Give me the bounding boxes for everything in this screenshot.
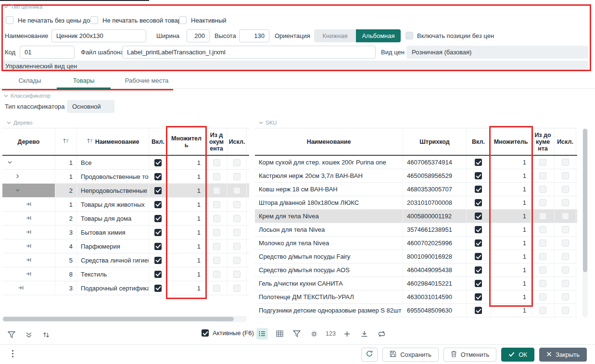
tree-from-document-cell[interactable]	[206, 156, 228, 169]
tree-excluded-cell[interactable]	[228, 198, 247, 211]
sku-row[interactable]: Крем для тела Nivea40058000011921	[255, 210, 577, 223]
save-button[interactable]: Сохранить	[382, 348, 439, 362]
checkbox-checked[interactable]	[154, 159, 162, 166]
code-input[interactable]	[20, 46, 75, 59]
section-header-price-tag[interactable]: Тип ценника	[4, 4, 42, 10]
column-header-from-document[interactable]: Из документа	[206, 128, 228, 155]
checkbox-unchecked[interactable]	[213, 173, 220, 180]
tree-from-document-cell[interactable]	[206, 170, 228, 183]
orientation-landscape-button[interactable]: Альбомная	[356, 29, 401, 42]
tree-excluded-cell[interactable]	[228, 170, 247, 183]
filter-icon[interactable]	[291, 328, 303, 339]
tree-toggle-cell[interactable]	[2, 170, 55, 183]
close-button[interactable]: Закрыть	[539, 348, 587, 362]
checkbox-checked[interactable]	[475, 159, 482, 166]
tree-excluded-cell[interactable]	[228, 281, 247, 295]
checkbox-checked[interactable]	[154, 173, 162, 180]
column-header-barcode[interactable]: Штрихкод	[403, 128, 467, 155]
checkbox-checked[interactable]	[154, 215, 162, 222]
sort-icon[interactable]	[87, 138, 93, 145]
column-header-multiplier[interactable]: Множитель	[167, 128, 206, 155]
tree-row[interactable]: 2Непродовольственные товары1	[2, 184, 249, 198]
sku-excluded-cell[interactable]	[555, 250, 576, 263]
sku-row[interactable]: Штора д/ванной 180х180см ЛЮКС20310107000…	[255, 196, 577, 210]
checkbox-unchecked[interactable]	[539, 213, 546, 220]
section-header-tree[interactable]: Дерево	[7, 120, 32, 126]
checkbox-checked[interactable]	[202, 329, 209, 337]
sku-from-document-cell[interactable]	[532, 156, 555, 169]
sku-from-document-cell[interactable]	[532, 169, 555, 182]
tree-from-document-cell[interactable]	[206, 239, 228, 253]
column-header-order[interactable]	[55, 128, 77, 155]
checkbox-unchecked[interactable]	[562, 199, 569, 206]
section-header-sku[interactable]: SKU	[259, 120, 277, 126]
tree-leaf-icon[interactable]	[25, 229, 32, 236]
tree-horizontal-scrollbar[interactable]	[2, 316, 247, 322]
sku-from-document-cell[interactable]	[532, 277, 555, 290]
checkbox-checked[interactable]	[154, 187, 162, 194]
tree-included-cell[interactable]	[149, 239, 167, 253]
checkbox-unchecked[interactable]	[233, 229, 241, 236]
tree-from-document-cell[interactable]	[206, 226, 228, 239]
grid-view-icon[interactable]	[274, 328, 285, 339]
price-view-field[interactable]: Розничная (базовая)	[406, 46, 588, 59]
sku-excluded-cell[interactable]	[555, 304, 576, 317]
checkbox-checked[interactable]	[475, 213, 482, 220]
width-input[interactable]	[187, 29, 210, 42]
tree-included-cell[interactable]	[149, 281, 167, 295]
sku-from-document-cell[interactable]	[532, 183, 555, 196]
checkbox-unchecked[interactable]	[539, 253, 546, 260]
sku-excluded-cell[interactable]	[555, 237, 576, 250]
sku-row[interactable]: Средство д/мытья посуды Fairy80010900169…	[255, 250, 577, 264]
tree-leaf-icon[interactable]	[25, 257, 32, 264]
column-header-name[interactable]: Наименование	[255, 128, 403, 155]
checkbox-unchecked[interactable]	[179, 16, 187, 24]
sku-included-cell[interactable]	[467, 264, 491, 276]
sync-loop-icon[interactable]	[376, 328, 388, 339]
sku-excluded-cell[interactable]	[555, 277, 576, 290]
checkbox-unchecked[interactable]	[539, 280, 546, 287]
tree-included-cell[interactable]	[149, 253, 167, 267]
tree-from-document-cell[interactable]	[206, 212, 228, 225]
checkbox-unchecked[interactable]	[562, 239, 569, 247]
sku-row[interactable]: Подгузники детские одноразовые размер S …	[255, 304, 577, 317]
tree-leaf-icon[interactable]	[25, 271, 32, 278]
sku-from-document-cell[interactable]	[532, 210, 555, 223]
checkbox-unchecked[interactable]	[213, 215, 220, 222]
tree-row[interactable]: 3Подарочный сертификат1	[2, 281, 249, 295]
tree-excluded-cell[interactable]	[228, 267, 247, 281]
sku-excluded-cell[interactable]	[555, 183, 576, 196]
checkbox-checked[interactable]	[154, 271, 162, 278]
checkbox-unchecked[interactable]	[562, 226, 569, 233]
checkbox-checked[interactable]	[475, 253, 482, 260]
checkbox-unchecked[interactable]	[562, 159, 569, 166]
checkbox-unchecked[interactable]	[562, 172, 569, 179]
tree-row[interactable]: 1Продовольственные товары1	[2, 170, 249, 184]
tree-included-cell[interactable]	[149, 156, 167, 169]
sku-from-document-cell[interactable]	[532, 196, 555, 209]
tree-row[interactable]: 1Все1	[2, 156, 249, 170]
checkbox-unchecked[interactable]	[213, 257, 220, 264]
tree-leaf-icon[interactable]	[18, 285, 25, 292]
checkbox-unchecked[interactable]	[233, 173, 241, 180]
sku-included-cell[interactable]	[467, 237, 491, 250]
sku-excluded-cell[interactable]	[555, 196, 576, 209]
checkbox-no-print-without-price[interactable]: Не печатать без цены до	[6, 16, 90, 25]
sku-included-cell[interactable]	[467, 223, 491, 236]
more-options-icon[interactable]	[12, 350, 14, 359]
section-header-classifier[interactable]: Классификатор	[4, 93, 51, 99]
tree-open-icon[interactable]	[7, 159, 13, 166]
tree-toggle-cell[interactable]	[2, 239, 55, 253]
checkbox-unchecked[interactable]	[213, 285, 220, 292]
tree-toggle-cell[interactable]	[2, 253, 55, 267]
sku-from-document-cell[interactable]	[532, 264, 555, 276]
checkbox-checked[interactable]	[475, 239, 482, 247]
checkbox-unchecked[interactable]	[233, 243, 241, 250]
checkbox-unchecked[interactable]	[539, 172, 546, 179]
tree-included-cell[interactable]	[149, 267, 167, 281]
active-filter[interactable]: Активные (F6)	[202, 329, 254, 337]
tree-toggle-cell[interactable]	[2, 267, 55, 281]
checkbox-unchecked[interactable]	[233, 159, 241, 166]
sku-included-cell[interactable]	[467, 304, 491, 317]
tab-warehouses[interactable]: Склады	[3, 73, 57, 89]
